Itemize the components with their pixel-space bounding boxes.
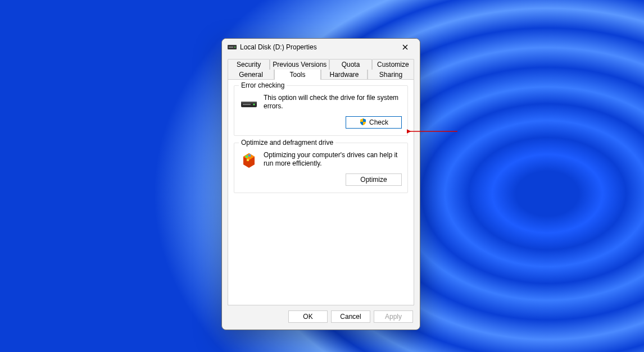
ok-button[interactable]: OK [288, 310, 328, 323]
drive-icon [228, 45, 237, 49]
svg-point-8 [253, 104, 255, 106]
optimize-group: Optimize and defragment drive Optimizing… [234, 143, 408, 193]
check-button[interactable]: Check [346, 116, 402, 129]
svg-rect-7 [243, 104, 251, 105]
shield-icon [359, 118, 367, 127]
tab-security[interactable]: Security [228, 59, 270, 70]
tab-sharing[interactable]: Sharing [368, 70, 414, 80]
tabs: Security Previous Versions Quota Customi… [222, 56, 420, 80]
close-button[interactable] [394, 39, 416, 55]
svg-point-2 [234, 47, 235, 48]
tab-previous-versions[interactable]: Previous Versions [270, 59, 329, 70]
tab-customize[interactable]: Customize [372, 59, 414, 70]
tab-general[interactable]: General [228, 70, 274, 80]
properties-dialog: Local Disk (D:) Properties Security Prev… [221, 38, 420, 330]
error-checking-description: This option will check the drive for fil… [264, 94, 402, 111]
optimize-description: Optimizing your computer's drives can he… [264, 151, 402, 168]
optimize-button[interactable]: Optimize [346, 173, 402, 186]
titlebar[interactable]: Local Disk (D:) Properties [222, 39, 420, 56]
close-icon [402, 44, 408, 50]
svg-rect-10 [248, 154, 251, 157]
svg-rect-9 [246, 156, 248, 158]
tab-hardware[interactable]: Hardware [321, 70, 368, 80]
check-button-label: Check [369, 118, 388, 126]
error-checking-group: Error checking This option will check th… [234, 85, 408, 136]
window-title: Local Disk (D:) Properties [240, 43, 394, 51]
svg-rect-6 [241, 102, 257, 103]
apply-button[interactable]: Apply [374, 310, 413, 323]
cancel-button[interactable]: Cancel [331, 310, 370, 323]
tab-tools[interactable]: Tools [274, 70, 321, 80]
error-checking-legend: Error checking [239, 81, 287, 89]
drive-check-icon [240, 94, 258, 112]
defrag-icon [240, 151, 258, 169]
optimize-button-label: Optimize [360, 176, 387, 184]
optimize-legend: Optimize and defragment drive [239, 139, 335, 147]
tab-content: Error checking This option will check th… [228, 79, 414, 305]
tab-quota[interactable]: Quota [329, 59, 371, 70]
svg-rect-1 [229, 47, 233, 48]
svg-rect-11 [247, 159, 249, 161]
dialog-buttons: OK Cancel Apply [222, 310, 420, 330]
